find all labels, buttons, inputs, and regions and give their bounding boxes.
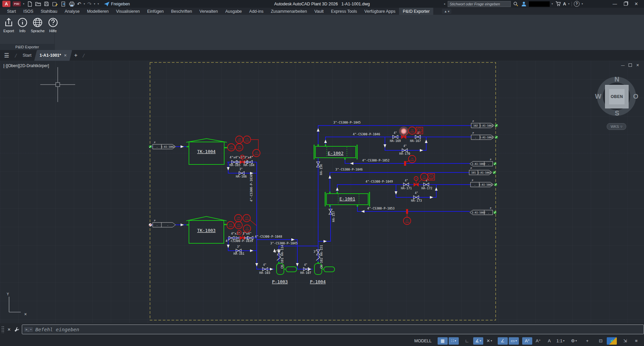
clean-screen-button[interactable]: ⇲: [620, 337, 630, 345]
search-input[interactable]: Stichwort oder Frage eingeben: [448, 1, 511, 7]
info-button[interactable]: Info: [17, 17, 28, 33]
vp-minimize-icon[interactable]: —: [621, 63, 625, 67]
user-menu-caret[interactable]: ▾: [552, 2, 553, 5]
ortho-button[interactable]: ∟: [462, 337, 472, 345]
new-file-icon[interactable]: [27, 1, 33, 7]
help-icon[interactable]: ?: [574, 1, 580, 7]
object-snap-button[interactable]: ∠: [498, 337, 508, 345]
pipe-label: HA-167: [410, 139, 421, 143]
app-menu-caret[interactable]: ▾: [23, 2, 24, 5]
status-menu-button[interactable]: ≡: [631, 337, 641, 345]
ribbon-tab-ausgabe[interactable]: Ausgabe: [221, 8, 245, 15]
viewcube-west[interactable]: W: [595, 93, 601, 100]
file-tab-menu-icon[interactable]: ☰: [0, 52, 13, 59]
minimize-button[interactable]: —: [610, 0, 619, 8]
ribbon-tab-start[interactable]: Start: [3, 8, 19, 15]
ribbon-tab-isos[interactable]: ISOS: [19, 8, 37, 15]
file-tab-start[interactable]: Start: [18, 50, 35, 61]
command-drag-handle-icon[interactable]: [1, 326, 4, 333]
viewcube-south[interactable]: S: [615, 109, 619, 117]
graphics-performance-button[interactable]: ✔: [607, 337, 617, 345]
username-redacted: [529, 1, 550, 7]
snap-mode-button[interactable]: ∷▾: [449, 337, 459, 345]
pid-drawing[interactable]: 3"-CS300-P-10454"-CS300-P-10464"-CS300-P…: [0, 61, 644, 323]
file-tab-active[interactable]: 1-A1-1001* ✕: [34, 50, 72, 61]
command-prompt-icon[interactable]: >_▾: [24, 327, 33, 332]
model-space-canvas[interactable]: 3"-CS300-P-10454"-CS300-P-10464"-CS300-P…: [0, 61, 644, 323]
ribbon-tab-add-ins[interactable]: Add-ins: [246, 8, 267, 15]
export-button[interactable]: Export: [3, 17, 14, 33]
flow-arrow: [395, 191, 397, 195]
ribbon-display-toggle[interactable]: ▲ ▾: [442, 9, 451, 14]
ribbon-tab-modellieren[interactable]: Modellieren: [83, 8, 112, 15]
pickbox: [56, 83, 60, 87]
qat-customize-icon[interactable]: ▾: [98, 2, 99, 5]
panel-title[interactable]: P&ID Exporter: [0, 44, 54, 50]
isolate-objects-button[interactable]: ⊡: [596, 337, 606, 345]
selection-cycling-button[interactable]: ▭▾: [509, 337, 519, 345]
vp-close-icon[interactable]: ✕: [635, 63, 640, 67]
wcs-dropdown[interactable]: WKS▽: [607, 123, 626, 130]
ribbon-tab-beschriften[interactable]: Beschriften: [167, 8, 196, 15]
viewcube-north[interactable]: N: [614, 76, 619, 83]
share-button[interactable]: Freigeben: [104, 2, 130, 6]
workspace-switching-button[interactable]: ⚙▾: [569, 337, 579, 345]
annotation-visibility-button[interactable]: A°: [522, 337, 532, 345]
save-icon[interactable]: [44, 1, 50, 7]
ribbon-tab-visualisieren[interactable]: Visualisieren: [112, 8, 144, 15]
open-icon[interactable]: [35, 1, 41, 7]
object-snap-tracking-button[interactable]: ✕▾: [484, 337, 494, 345]
grid-button[interactable]: ▦: [438, 337, 448, 345]
ribbon-tab-express-tools[interactable]: Express Tools: [327, 8, 361, 15]
redo-icon[interactable]: ↷: [87, 1, 92, 6]
customize-wrench-icon[interactable]: [14, 327, 20, 333]
annotation-scale-button[interactable]: 1:1▾: [555, 337, 565, 345]
model-paper-toggle[interactable]: MODELL: [414, 339, 432, 343]
infocenter: ▸ Stichwort oder Frage eingeben ▾ A ▾ ? …: [444, 0, 644, 8]
user-icon[interactable]: [521, 1, 527, 7]
print-icon[interactable]: [69, 1, 75, 7]
command-close-icon[interactable]: ✕: [6, 327, 12, 332]
viewcube-top-face[interactable]: OBEN: [605, 85, 629, 108]
autocad-app-icon[interactable]: A: [2, 1, 10, 7]
ribbon-tab-stahlbau[interactable]: Stahlbau: [37, 8, 61, 15]
app-store-cart-icon[interactable]: [555, 1, 561, 7]
vp-restore-icon[interactable]: [628, 63, 633, 67]
ribbon-tab-vault[interactable]: Vault: [311, 8, 328, 15]
ribbon-tab-einf-gen[interactable]: Einfügen: [143, 8, 167, 15]
save-as-icon[interactable]: [52, 1, 58, 7]
annotation-autoscale-button[interactable]: A⁺: [533, 337, 543, 345]
pipe-label: 4": [394, 132, 397, 135]
autodesk-logo-icon[interactable]: A: [563, 1, 566, 6]
ribbon-tab-analyse[interactable]: Analyse: [61, 8, 83, 15]
close-button[interactable]: ✕: [632, 0, 641, 8]
polar-tracking-button[interactable]: ∡▾: [473, 337, 483, 345]
language-button[interactable]: Sprache: [31, 17, 45, 33]
restore-button[interactable]: [621, 0, 630, 8]
ribbon-tab-verwalten[interactable]: Verwalten: [196, 8, 221, 15]
ribbon-tab-verf-gbare-apps[interactable]: Verfügbare Apps: [361, 8, 399, 15]
ribbon-tab-p-id-exporter[interactable]: P&ID Exporter: [399, 8, 433, 15]
command-input[interactable]: >_▾ Befehl eingeben: [22, 325, 644, 334]
pipe-label: 4"-CS300-P-1030: [250, 174, 253, 201]
redo-caret[interactable]: ▾: [94, 2, 95, 5]
flow-arrow: [227, 245, 230, 248]
autodesk-menu-caret[interactable]: ▾: [568, 2, 569, 5]
search-expand-caret[interactable]: ▸: [444, 2, 446, 5]
annotation-scale-flag-button[interactable]: A: [544, 337, 554, 345]
undo-caret[interactable]: ▾: [84, 2, 85, 5]
flow-arrow: [361, 210, 364, 213]
viewcube[interactable]: N W O S OBEN: [597, 77, 636, 116]
help-menu-caret[interactable]: ▾: [582, 2, 583, 5]
customize-status-button[interactable]: +: [582, 337, 592, 345]
new-drawing-tab-button[interactable]: +: [71, 52, 81, 59]
tab-close-icon[interactable]: ✕: [64, 53, 67, 58]
search-icon[interactable]: [513, 1, 519, 7]
ribbon-tab-zusammenarbeiten[interactable]: Zusammenarbeiten: [267, 8, 311, 15]
help-panel-button[interactable]: Hilfe: [48, 17, 58, 33]
etransmit-icon[interactable]: [60, 1, 66, 7]
pid-exporter-panel: Export Info Sprache Hilfe P&ID Exporter: [0, 15, 55, 50]
viewcube-east[interactable]: O: [633, 93, 638, 100]
undo-icon[interactable]: ↶: [77, 1, 82, 6]
viewport-controls-label[interactable]: [-][Oben][2D-Drahtkörper]: [3, 63, 49, 68]
